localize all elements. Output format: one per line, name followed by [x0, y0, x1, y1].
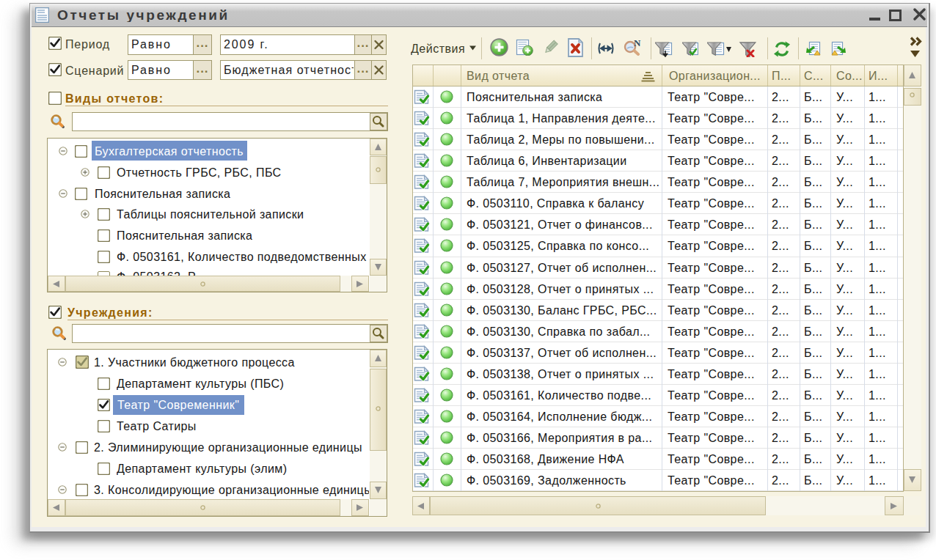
svg-text:N: N — [634, 38, 641, 48]
